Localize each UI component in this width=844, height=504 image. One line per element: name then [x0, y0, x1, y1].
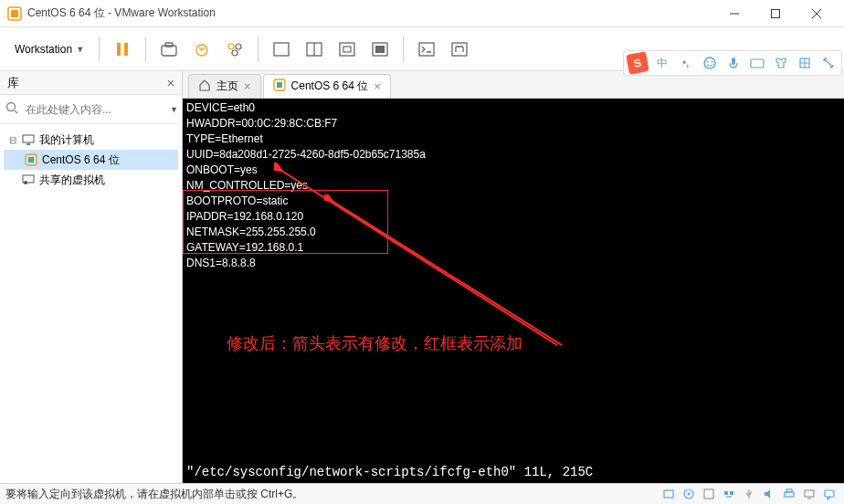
tab-home[interactable]: 主页 ×: [188, 74, 261, 98]
vm-icon: [24, 152, 38, 167]
svg-rect-39: [724, 491, 728, 495]
message-icon[interactable]: [820, 487, 839, 501]
svg-rect-35: [664, 490, 673, 498]
snapshot-button[interactable]: [153, 34, 185, 65]
view-split-button[interactable]: [299, 34, 330, 65]
sidebar-tree: ⊟ 我的计算机 CentOS 6 64 位 共享的虚拟机: [0, 124, 182, 483]
svg-point-11: [228, 44, 234, 49]
terminal-line: HWADDR=00:0C:29:8C:CB:F7: [186, 116, 840, 131]
chevron-down-icon[interactable]: ▼: [170, 105, 178, 114]
tree-label: CentOS 6 64 位: [42, 152, 120, 168]
ime-tool-button[interactable]: [796, 54, 814, 72]
maximize-button[interactable]: [754, 1, 796, 26]
svg-rect-22: [452, 43, 467, 56]
sidebar: 库 × ▼ ⊟ 我的计算机 CentOS 6 64 位 共享的虚拟机: [0, 71, 183, 483]
sound-icon[interactable]: [760, 487, 778, 501]
tab-close-icon[interactable]: ×: [244, 79, 251, 93]
search-icon: [5, 101, 18, 117]
separator: [145, 37, 146, 62]
terminal[interactable]: DEVICE=eth0 HWADDR=00:0C:29:8C:CB:F7 TYP…: [183, 99, 844, 483]
shared-icon: [21, 173, 36, 187]
separator: [403, 37, 404, 62]
svg-line-24: [15, 110, 17, 113]
ime-lang-button[interactable]: 中: [653, 54, 671, 72]
ime-emoji-button[interactable]: [701, 54, 719, 72]
vm-icon: [273, 79, 286, 94]
svg-rect-7: [124, 43, 128, 56]
svg-point-47: [704, 58, 715, 68]
search-input[interactable]: [22, 100, 166, 120]
sogou-logo-icon[interactable]: S: [626, 51, 649, 74]
unity-button[interactable]: [444, 34, 475, 65]
fit-guest-button[interactable]: [332, 34, 363, 65]
printer-icon[interactable]: [780, 487, 798, 501]
console-button[interactable]: [411, 34, 442, 65]
svg-point-13: [232, 50, 237, 56]
ime-skin-button[interactable]: [772, 54, 790, 72]
disk-icon[interactable]: [659, 487, 678, 501]
titlebar: CentOS 6 64 位 - VMware Workstation: [0, 0, 844, 27]
search-row: ▼: [0, 95, 182, 124]
ime-voice-button[interactable]: [724, 54, 743, 72]
ime-toolbar[interactable]: S 中 •ꓹ: [623, 50, 842, 76]
terminal-line: BOOTPROTO=static: [186, 194, 840, 209]
chevron-down-icon: ▼: [76, 45, 84, 54]
terminal-line: NETMASK=255.255.255.0: [186, 225, 840, 240]
svg-rect-6: [117, 43, 121, 56]
svg-point-30: [24, 181, 27, 184]
terminal-line: ONBOOT=yes: [186, 163, 840, 178]
tree-item-mycomputer[interactable]: ⊟ 我的计算机: [4, 130, 178, 150]
pause-button[interactable]: [107, 34, 138, 65]
close-button[interactable]: [796, 1, 837, 26]
terminal-status-line: "/etc/sysconfig/network-scripts/ifcfg-et…: [186, 465, 593, 480]
ime-punct-button[interactable]: •ꓹ: [677, 54, 695, 72]
svg-rect-51: [751, 59, 764, 68]
terminal-line: UUID=8da208d1-2725-4260-8df5-02b65c71385…: [186, 147, 840, 163]
sidebar-header: 库 ×: [0, 71, 182, 95]
svg-rect-40: [730, 491, 733, 495]
status-text: 要将输入定向到该虚拟机，请在虚拟机内部单击或按 Ctrl+G。: [5, 487, 658, 502]
usb-icon[interactable]: [740, 487, 758, 501]
separator: [99, 37, 100, 62]
svg-rect-50: [732, 58, 735, 65]
terminal-line: GATEWAY=192.168.0.1: [186, 240, 840, 256]
snapshot-revert-button[interactable]: [186, 34, 217, 65]
network-icon[interactable]: [720, 487, 738, 501]
view-single-button[interactable]: [266, 34, 297, 65]
fullscreen-button[interactable]: [364, 34, 396, 65]
window-title: CentOS 6 64 位 - VMware Workstation: [27, 5, 713, 21]
cd-icon[interactable]: [680, 487, 698, 501]
svg-rect-44: [805, 490, 814, 497]
tree-toggle-icon[interactable]: ⊟: [7, 135, 17, 145]
terminal-line: TYPE=Ethernet: [186, 131, 840, 147]
workstation-menu[interactable]: Workstation ▼: [7, 39, 91, 59]
svg-rect-25: [23, 135, 34, 142]
svg-rect-28: [28, 157, 34, 163]
tab-centos[interactable]: CentOS 6 64 位 ×: [263, 74, 391, 98]
svg-rect-21: [419, 43, 434, 56]
main-area: 库 × ▼ ⊟ 我的计算机 CentOS 6 64 位 共享的虚拟机: [0, 71, 844, 483]
ime-settings-button[interactable]: [819, 54, 838, 72]
svg-rect-9: [165, 43, 173, 47]
svg-rect-43: [786, 489, 792, 492]
tab-close-icon[interactable]: ×: [374, 79, 381, 93]
app-icon: [7, 6, 22, 21]
display-icon[interactable]: [800, 487, 818, 501]
svg-rect-32: [277, 82, 282, 88]
tree-item-shared[interactable]: 共享的虚拟机: [4, 170, 178, 190]
ime-keyboard-button[interactable]: [748, 54, 766, 72]
snapshot-manage-button[interactable]: [219, 34, 250, 65]
svg-rect-8: [162, 46, 176, 56]
floppy-icon[interactable]: [700, 487, 718, 501]
sidebar-close-button[interactable]: ×: [167, 76, 174, 90]
tab-label: CentOS 6 64 位: [291, 79, 369, 94]
tree-item-centos[interactable]: CentOS 6 64 位: [4, 150, 178, 170]
svg-point-23: [7, 103, 16, 111]
svg-point-37: [688, 493, 691, 496]
svg-rect-3: [771, 9, 779, 17]
svg-rect-14: [274, 43, 289, 56]
terminal-line: NM_CONTROLLED=yes: [186, 178, 840, 194]
svg-rect-20: [375, 46, 385, 53]
minimize-button[interactable]: [713, 1, 754, 26]
workstation-menu-label: Workstation: [15, 43, 72, 56]
